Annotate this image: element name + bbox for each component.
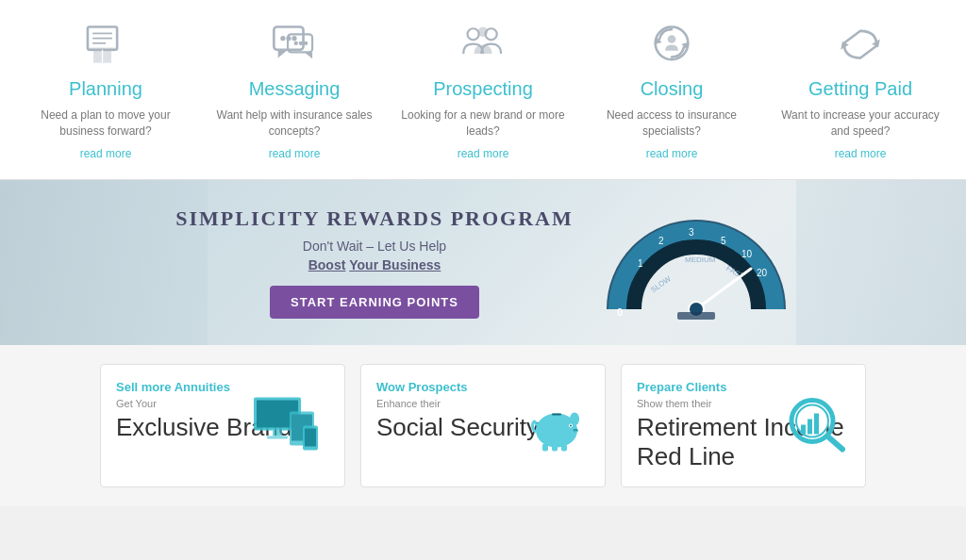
categories-section: Planning Need a plan to move your busine… [0,0,966,180]
messaging-desc: Want help with insurance sales concepts? [209,107,379,140]
messaging-title: Messaging [249,78,341,100]
svg-point-13 [294,41,298,44]
category-getting-paid: Getting Paid Want to increase your accur… [766,19,955,160]
cards-section: Sell more Annuities Get Your Exclusive B… [0,345,966,506]
card-prospects: Wow Prospects Enhance their Social Secur… [360,364,606,487]
annuities-top-label: Sell more Annuities [116,380,329,394]
closing-desc: Need access to insurance specialists? [587,107,757,140]
prospecting-desc: Looking for a new brand or more leads? [398,107,568,140]
getting-paid-title: Getting Paid [808,78,912,100]
svg-text:0: 0 [617,306,623,318]
svg-point-23 [668,35,676,43]
prospects-top-label: Wow Prospects [376,380,590,394]
svg-rect-46 [305,429,316,447]
svg-point-14 [299,41,303,44]
getting-paid-icon [832,19,889,71]
svg-rect-54 [542,444,548,452]
svg-point-8 [280,36,285,41]
svg-line-36 [696,269,751,309]
svg-point-15 [304,41,308,44]
category-closing: Closing Need access to insurance special… [577,19,766,160]
svg-rect-41 [273,431,282,436]
category-messaging: Messaging Want help with insurance sales… [200,19,389,160]
svg-point-50 [570,425,572,427]
prospecting-read-more[interactable]: read more [458,147,509,160]
svg-text:MEDIUM: MEDIUM [685,255,716,264]
svg-rect-60 [801,425,806,435]
banner-text: SIMPLICITY REWARDS PROGRAM Don't Wait – … [175,206,574,319]
banner-subtitle-2: Boost Your Business [175,257,574,272]
start-earning-button[interactable]: START EARNING POINTS [270,286,479,319]
svg-rect-62 [814,414,819,435]
banner-subtitle-1: Don't Wait – Let Us Help [175,239,574,254]
svg-point-20 [656,26,689,59]
prospecting-title: Prospecting [433,78,533,100]
card-annuities: Sell more Annuities Get Your Exclusive B… [100,364,345,487]
planning-read-more[interactable]: read more [80,147,132,160]
svg-point-51 [573,429,578,433]
svg-line-63 [827,436,842,450]
category-prospecting: Prospecting Looking for a new brand or m… [389,19,577,160]
svg-text:10: 10 [741,249,753,259]
getting-paid-desc: Want to increase your accuracy and speed… [775,107,945,140]
getting-paid-read-more[interactable]: read more [835,147,887,160]
category-planning: Planning Need a plan to move your busine… [11,19,200,160]
closing-icon [643,19,700,71]
svg-rect-38 [677,312,715,320]
banner-section: SIMPLICITY REWARDS PROGRAM Don't Wait – … [0,180,966,345]
planning-desc: Need a plan to move your business forwar… [21,107,191,140]
svg-point-52 [574,429,575,431]
svg-text:SLOW: SLOW [649,274,673,294]
svg-point-53 [575,429,577,431]
svg-rect-56 [561,445,567,452]
svg-text:2: 2 [658,236,664,246]
clients-icon [784,393,850,458]
closing-read-more[interactable]: read more [646,147,698,160]
boost-underline: Boost [308,257,346,272]
planning-title: Planning [69,78,142,100]
svg-rect-42 [267,436,288,439]
svg-rect-57 [552,414,561,416]
annuities-icon [244,393,329,458]
prospects-icon [524,393,590,458]
svg-rect-61 [808,420,812,435]
closing-title: Closing [641,78,704,100]
svg-text:1: 1 [638,258,643,269]
svg-text:5: 5 [721,236,726,246]
banner-title: SIMPLICITY REWARDS PROGRAM [175,206,574,231]
banner-content: SIMPLICITY REWARDS PROGRAM Don't Wait – … [0,201,966,323]
clients-top-label: Prepare Clients [637,380,850,394]
svg-rect-55 [552,445,558,452]
speedometer: 0 1 2 3 5 10 20 SLOW MEDIUM FAST [602,201,791,323]
svg-point-17 [468,28,479,40]
bottom-bg [0,506,966,560]
messaging-icon [266,19,323,71]
prospecting-icon [455,19,511,71]
your-business-text: Your Business [349,257,441,272]
svg-point-19 [478,26,488,36]
card-clients: Prepare Clients Show them their Retireme… [621,364,866,487]
messaging-read-more[interactable]: read more [269,147,321,160]
svg-text:3: 3 [689,227,694,238]
svg-text:20: 20 [757,268,768,278]
planning-icon [77,19,134,71]
svg-point-10 [291,36,296,41]
svg-point-48 [570,413,579,426]
